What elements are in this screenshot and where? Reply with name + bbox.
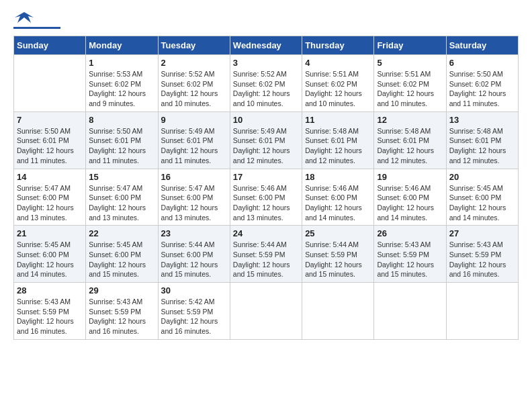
calendar-cell: 11Sunrise: 5:48 AMSunset: 6:01 PMDayligh… bbox=[302, 111, 374, 169]
day-info: Sunrise: 5:48 AMSunset: 6:01 PMDaylight:… bbox=[305, 126, 371, 166]
calendar-cell bbox=[230, 283, 302, 340]
calendar-cell: 21Sunrise: 5:45 AMSunset: 6:00 PMDayligh… bbox=[14, 226, 86, 283]
day-number: 8 bbox=[89, 115, 154, 125]
day-info: Sunrise: 5:47 AMSunset: 6:00 PMDaylight:… bbox=[89, 183, 154, 223]
calendar-cell bbox=[302, 283, 374, 340]
day-number: 6 bbox=[449, 58, 515, 68]
calendar-week-row: 28Sunrise: 5:43 AMSunset: 5:59 PMDayligh… bbox=[14, 283, 519, 340]
calendar-table: SundayMondayTuesdayWednesdayThursdayFrid… bbox=[13, 36, 519, 340]
day-of-week-header: Wednesday bbox=[230, 36, 302, 55]
svg-marker-0 bbox=[15, 12, 34, 23]
day-info: Sunrise: 5:50 AMSunset: 6:01 PMDaylight:… bbox=[17, 126, 83, 166]
calendar-cell: 20Sunrise: 5:45 AMSunset: 6:00 PMDayligh… bbox=[446, 169, 518, 226]
day-info: Sunrise: 5:44 AMSunset: 5:59 PMDaylight:… bbox=[305, 240, 371, 279]
calendar-cell: 16Sunrise: 5:47 AMSunset: 6:00 PMDayligh… bbox=[158, 169, 230, 226]
calendar-cell: 17Sunrise: 5:46 AMSunset: 6:00 PMDayligh… bbox=[230, 169, 302, 226]
day-info: Sunrise: 5:43 AMSunset: 5:59 PMDaylight:… bbox=[449, 240, 515, 279]
day-number: 4 bbox=[305, 58, 371, 68]
day-number: 18 bbox=[305, 172, 371, 182]
day-number: 23 bbox=[161, 228, 227, 238]
calendar-cell: 29Sunrise: 5:43 AMSunset: 5:59 PMDayligh… bbox=[86, 283, 158, 340]
calendar-cell: 30Sunrise: 5:42 AMSunset: 5:59 PMDayligh… bbox=[158, 283, 230, 340]
calendar-week-row: 21Sunrise: 5:45 AMSunset: 6:00 PMDayligh… bbox=[14, 226, 519, 283]
calendar-cell: 25Sunrise: 5:44 AMSunset: 5:59 PMDayligh… bbox=[302, 226, 374, 283]
day-number: 30 bbox=[161, 285, 227, 295]
day-info: Sunrise: 5:50 AMSunset: 6:01 PMDaylight:… bbox=[89, 126, 154, 166]
day-info: Sunrise: 5:49 AMSunset: 6:01 PMDaylight:… bbox=[233, 126, 299, 166]
day-info: Sunrise: 5:52 AMSunset: 6:02 PMDaylight:… bbox=[161, 69, 227, 109]
calendar-header-row: SundayMondayTuesdayWednesdayThursdayFrid… bbox=[14, 36, 519, 55]
day-number: 3 bbox=[233, 58, 299, 68]
day-info: Sunrise: 5:47 AMSunset: 6:00 PMDaylight:… bbox=[17, 183, 83, 223]
day-info: Sunrise: 5:43 AMSunset: 5:59 PMDaylight:… bbox=[17, 297, 83, 336]
day-number: 25 bbox=[305, 228, 371, 238]
calendar-cell: 27Sunrise: 5:43 AMSunset: 5:59 PMDayligh… bbox=[446, 226, 518, 283]
day-number: 26 bbox=[377, 228, 443, 238]
calendar-cell: 2Sunrise: 5:52 AMSunset: 6:02 PMDaylight… bbox=[158, 55, 230, 112]
calendar-cell: 15Sunrise: 5:47 AMSunset: 6:00 PMDayligh… bbox=[86, 169, 158, 226]
day-number: 1 bbox=[89, 58, 154, 68]
day-info: Sunrise: 5:45 AMSunset: 6:00 PMDaylight:… bbox=[89, 240, 154, 279]
day-number: 16 bbox=[161, 172, 227, 182]
day-info: Sunrise: 5:46 AMSunset: 6:00 PMDaylight:… bbox=[377, 183, 443, 223]
calendar-week-row: 1Sunrise: 5:53 AMSunset: 6:02 PMDaylight… bbox=[14, 55, 519, 112]
day-of-week-header: Monday bbox=[86, 36, 158, 55]
calendar-cell: 8Sunrise: 5:50 AMSunset: 6:01 PMDaylight… bbox=[86, 111, 158, 169]
day-info: Sunrise: 5:47 AMSunset: 6:00 PMDaylight:… bbox=[161, 183, 227, 223]
calendar-cell: 4Sunrise: 5:51 AMSunset: 6:02 PMDaylight… bbox=[302, 55, 374, 112]
day-info: Sunrise: 5:53 AMSunset: 6:02 PMDaylight:… bbox=[89, 69, 154, 109]
calendar-week-row: 14Sunrise: 5:47 AMSunset: 6:00 PMDayligh… bbox=[14, 169, 519, 226]
day-info: Sunrise: 5:46 AMSunset: 6:00 PMDaylight:… bbox=[233, 183, 299, 223]
day-number: 14 bbox=[17, 172, 83, 182]
calendar-cell: 26Sunrise: 5:43 AMSunset: 5:59 PMDayligh… bbox=[374, 226, 446, 283]
calendar-week-row: 7Sunrise: 5:50 AMSunset: 6:01 PMDaylight… bbox=[14, 111, 519, 169]
calendar-cell bbox=[446, 283, 518, 340]
logo-bird-icon bbox=[15, 11, 34, 26]
calendar-cell: 13Sunrise: 5:48 AMSunset: 6:01 PMDayligh… bbox=[446, 111, 518, 169]
day-number: 19 bbox=[377, 172, 443, 182]
day-number: 27 bbox=[449, 228, 515, 238]
day-info: Sunrise: 5:44 AMSunset: 6:00 PMDaylight:… bbox=[161, 240, 227, 279]
calendar-cell: 24Sunrise: 5:44 AMSunset: 5:59 PMDayligh… bbox=[230, 226, 302, 283]
day-info: Sunrise: 5:48 AMSunset: 6:01 PMDaylight:… bbox=[377, 126, 443, 166]
day-number: 21 bbox=[17, 228, 83, 238]
day-info: Sunrise: 5:45 AMSunset: 6:00 PMDaylight:… bbox=[449, 183, 515, 223]
day-number: 24 bbox=[233, 228, 299, 238]
day-info: Sunrise: 5:44 AMSunset: 5:59 PMDaylight:… bbox=[233, 240, 299, 279]
day-info: Sunrise: 5:43 AMSunset: 5:59 PMDaylight:… bbox=[89, 297, 154, 336]
calendar-cell: 10Sunrise: 5:49 AMSunset: 6:01 PMDayligh… bbox=[230, 111, 302, 169]
day-of-week-header: Friday bbox=[374, 36, 446, 55]
day-number: 5 bbox=[377, 58, 443, 68]
day-info: Sunrise: 5:45 AMSunset: 6:00 PMDaylight:… bbox=[17, 240, 83, 279]
calendar-cell: 19Sunrise: 5:46 AMSunset: 6:00 PMDayligh… bbox=[374, 169, 446, 226]
calendar-cell: 5Sunrise: 5:51 AMSunset: 6:02 PMDaylight… bbox=[374, 55, 446, 112]
day-info: Sunrise: 5:46 AMSunset: 6:00 PMDaylight:… bbox=[305, 183, 371, 223]
calendar-cell: 22Sunrise: 5:45 AMSunset: 6:00 PMDayligh… bbox=[86, 226, 158, 283]
calendar-cell: 7Sunrise: 5:50 AMSunset: 6:01 PMDaylight… bbox=[14, 111, 86, 169]
day-info: Sunrise: 5:51 AMSunset: 6:02 PMDaylight:… bbox=[377, 69, 443, 109]
day-info: Sunrise: 5:43 AMSunset: 5:59 PMDaylight:… bbox=[377, 240, 443, 279]
day-number: 15 bbox=[89, 172, 154, 182]
day-number: 29 bbox=[89, 285, 154, 295]
calendar-cell: 1Sunrise: 5:53 AMSunset: 6:02 PMDaylight… bbox=[86, 55, 158, 112]
calendar-cell: 3Sunrise: 5:52 AMSunset: 6:02 PMDaylight… bbox=[230, 55, 302, 112]
day-number: 12 bbox=[377, 115, 443, 125]
calendar-cell: 28Sunrise: 5:43 AMSunset: 5:59 PMDayligh… bbox=[14, 283, 86, 340]
day-info: Sunrise: 5:42 AMSunset: 5:59 PMDaylight:… bbox=[161, 297, 227, 336]
calendar-cell: 9Sunrise: 5:49 AMSunset: 6:01 PMDaylight… bbox=[158, 111, 230, 169]
day-number: 7 bbox=[17, 115, 83, 125]
day-of-week-header: Sunday bbox=[14, 36, 86, 55]
day-number: 22 bbox=[89, 228, 154, 238]
day-info: Sunrise: 5:49 AMSunset: 6:01 PMDaylight:… bbox=[161, 126, 227, 166]
day-info: Sunrise: 5:52 AMSunset: 6:02 PMDaylight:… bbox=[233, 69, 299, 109]
day-number: 11 bbox=[305, 115, 371, 125]
day-info: Sunrise: 5:50 AMSunset: 6:02 PMDaylight:… bbox=[449, 69, 515, 109]
calendar-cell bbox=[374, 283, 446, 340]
day-number: 9 bbox=[161, 115, 227, 125]
day-number: 28 bbox=[17, 285, 83, 295]
calendar-cell: 18Sunrise: 5:46 AMSunset: 6:00 PMDayligh… bbox=[302, 169, 374, 226]
calendar-cell: 23Sunrise: 5:44 AMSunset: 6:00 PMDayligh… bbox=[158, 226, 230, 283]
day-of-week-header: Tuesday bbox=[158, 36, 230, 55]
day-number: 2 bbox=[161, 58, 227, 68]
day-info: Sunrise: 5:51 AMSunset: 6:02 PMDaylight:… bbox=[305, 69, 371, 109]
